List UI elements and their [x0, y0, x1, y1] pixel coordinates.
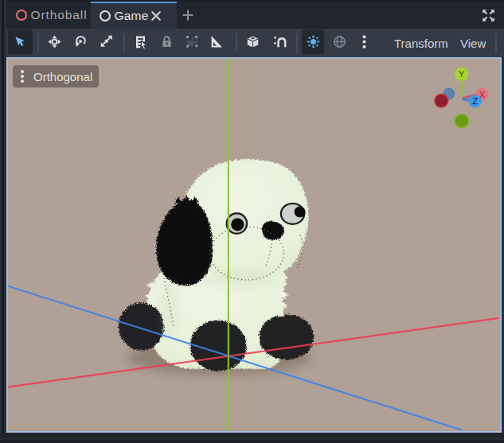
group-button[interactable]	[178, 29, 203, 54]
godot-editor-window: Orthoball Game	[0, 0, 504, 443]
toolbar-separator	[236, 33, 237, 52]
y-axis-line	[227, 59, 229, 430]
toolbar-separator	[37, 33, 39, 52]
spatial-editor-toolbar: Transform View	[6, 29, 504, 57]
plush-dog	[115, 158, 312, 370]
cube-icon	[246, 35, 260, 49]
gizmo-neg-y-ball[interactable]	[455, 114, 468, 127]
scene-circle-icon	[100, 10, 111, 21]
projection-menu[interactable]: Orthogonal	[13, 65, 99, 87]
magnet-icon	[274, 35, 288, 49]
move-icon	[48, 35, 61, 49]
scene-circle-icon	[16, 10, 27, 21]
gizmo-y-label: Y	[458, 69, 464, 79]
add-tab-button[interactable]	[177, 2, 199, 29]
toolbar-separator	[495, 33, 497, 52]
projection-label: Orthogonal	[33, 70, 92, 84]
tab-orthoball[interactable]: Orthoball	[8, 2, 91, 29]
toolbar-separator	[296, 33, 298, 52]
view-menu-button[interactable]: View	[460, 29, 486, 57]
transform-menu-button[interactable]: Transform	[394, 29, 448, 57]
kebab-menu-icon	[21, 70, 24, 84]
select-tool-button[interactable]	[8, 29, 33, 54]
expand-viewport-button[interactable]	[475, 2, 502, 29]
preview-sun-button[interactable]	[302, 29, 324, 54]
plus-icon	[182, 9, 194, 21]
gizmo-neg-x-ball[interactable]	[434, 94, 447, 107]
preview-environment-button[interactable]	[327, 29, 352, 54]
lock-button[interactable]	[154, 29, 179, 54]
right-edge	[502, 57, 504, 433]
tab-game[interactable]: Game	[91, 2, 177, 29]
close-tab-icon[interactable]	[150, 10, 162, 21]
kebab-menu-icon	[357, 35, 371, 49]
select-arrow-icon	[15, 37, 25, 47]
rotate-icon	[74, 35, 88, 49]
gizmo-z-line	[462, 99, 470, 101]
tab-label: Game	[115, 9, 149, 23]
list-select-tool-button[interactable]	[129, 29, 154, 54]
list-select-icon	[135, 35, 148, 49]
ruler-icon	[209, 35, 222, 49]
scene-tab-bar: Orthoball Game	[6, 0, 504, 29]
bottom-panel-edge	[0, 433, 504, 443]
dog-front-paw-right	[258, 313, 313, 359]
scale-icon	[100, 35, 114, 49]
local-space-button[interactable]	[240, 29, 265, 54]
toolbar-separator	[123, 33, 125, 52]
sun-environment-options-button[interactable]	[352, 29, 377, 54]
dog-front-paw-left	[189, 320, 245, 371]
lock-icon	[160, 35, 174, 49]
scene-render	[8, 59, 499, 430]
orientation-gizmo[interactable]: X Y Z	[430, 62, 500, 135]
move-tool-button[interactable]	[42, 29, 67, 54]
tab-label: Orthoball	[31, 8, 88, 22]
viewport-3d[interactable]: Orthogonal X Y Z	[6, 57, 502, 433]
expand-arrows-icon	[481, 8, 496, 23]
group-icon	[184, 35, 197, 49]
gizmo-z-label: Z	[472, 96, 478, 106]
dog-ear	[155, 199, 212, 284]
rotate-tool-button[interactable]	[68, 29, 93, 54]
ruler-button[interactable]	[203, 29, 228, 54]
sun-icon	[307, 35, 320, 49]
scale-tool-button[interactable]	[95, 29, 119, 54]
snap-button[interactable]	[268, 29, 293, 54]
globe-icon	[333, 35, 346, 49]
